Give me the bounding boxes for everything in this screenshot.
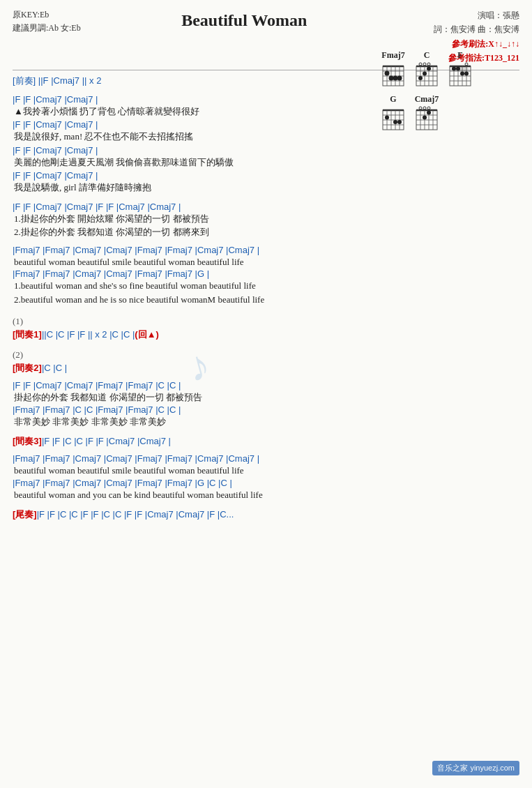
chorus3-lyrics2: beautiful woman and you can be kind beau… (13, 488, 519, 502)
svg-point-23 (423, 63, 426, 66)
key-label: 原KEY:Eb (13, 8, 81, 22)
chord-cmaj7: Cmaj7 (413, 94, 440, 132)
interlude1-block: (1) [間奏1] ||C |C |F |F || x 2 |C |C | (回… (13, 316, 519, 341)
chorus3-chords1: |Fmaj7 |Fmaj7 |Cmaj7 |Cmaj7 |Fmaj7 |Fmaj… (13, 453, 519, 464)
svg-point-41 (460, 72, 464, 76)
verse-b-chords2: |Fmaj7 |Fmaj7 |C |C |Fmaj7 |Fmaj7 |C |C … (13, 404, 519, 415)
singer: 演唱：張懸 (408, 8, 519, 22)
chorus3-chords2: |Fmaj7 |Fmaj7 |Cmaj7 |Cmaj7 |Fmaj7 |Fmaj… (13, 478, 519, 488)
interlude2-paren: (2) (13, 349, 519, 361)
verse4-block: |F |F |Cmaj7 |Cmaj7 | 我是說驕傲, girl 請準備好隨時… (13, 170, 519, 195)
chorus2-block: |Fmaj7 |Fmaj7 |Cmaj7 |Cmaj7 |Fmaj7 |Fmaj… (13, 245, 519, 307)
svg-point-53 (393, 120, 397, 124)
svg-point-9 (385, 71, 390, 76)
verse-b-lyrics1: 掛起你的外套 我都知道 你渴望的一切 都被預告 (13, 391, 519, 404)
chord-c: C (413, 50, 440, 89)
verse-b-chords1: |F |F |Cmaj7 |Cmaj7 |Fmaj7 |Fmaj7 |C |C … (13, 380, 519, 391)
svg-point-52 (385, 116, 389, 120)
svg-point-27 (418, 76, 423, 80)
chorus3-lyrics1: beautiful woman beautiful smile beautifu… (13, 464, 519, 478)
chorus2-chords1: |Fmaj7 |Fmaj7 |Cmaj7 |Cmaj7 |Fmaj7 |Fmaj… (13, 245, 519, 255)
interlude3-chords: [間奏3] |F |F |C |C |F |F |Cmaj7 |Cmaj7 | (13, 435, 519, 448)
chorus1-chords: |F |F |Cmaj7 |Cmaj7 |F |F |Cmaj7 |Cmaj7 … (13, 202, 519, 212)
lyrics-composer: 詞：焦安溥 曲：焦安溥 (408, 22, 519, 36)
svg-point-12 (397, 76, 402, 81)
interlude3-label: [間奏3] (13, 435, 42, 448)
watermark-footer: 音乐之家 yinyuezj.com (432, 761, 519, 775)
chord-fmaj7: Fmaj7 (380, 50, 406, 89)
verse4-chords: |F |F |Cmaj7 |Cmaj7 | (13, 170, 519, 181)
outro-content: |F |F |C |C |F |F |C |C |F |F |Cmaj7 |Cm… (37, 509, 234, 520)
verse3-block: |F |F |Cmaj7 |Cmaj7 | 美麗的他剛走過夏天風潮 我偷偷喜歡那… (13, 145, 519, 169)
interlude2-label: [間奏2] (13, 362, 42, 374)
verse-b-block: |F |F |Cmaj7 |Cmaj7 |Fmaj7 |Fmaj7 |C |C … (13, 380, 519, 428)
interlude1-chords: [間奏1] ||C |C |F |F || x 2 |C |C | (回▲) (13, 328, 519, 341)
chorus2-lyrics1: beautiful woman beautiful smile beautifu… (13, 255, 519, 269)
chorus2-lyrics2a: 1.beautiful woman and she's so fine beau… (13, 279, 519, 293)
verse3-chords: |F |F |Cmaj7 |Cmaj7 | (13, 145, 519, 156)
chorus1-lyrics-b: 2.掛起你的外套 我都知道 你渴望的一切 都將來到 (13, 225, 519, 239)
verse4-lyrics: 我是說驕傲, girl 請準備好隨時擁抱 (13, 181, 519, 195)
song-title: Beautiful Woman (81, 11, 408, 30)
chorus2-chords2: |Fmaj7 |Fmaj7 |Cmaj7 |Cmaj7 |Fmaj7 |Fmaj… (13, 268, 519, 279)
chorus3-block: |Fmaj7 |Fmaj7 |Cmaj7 |Cmaj7 |Fmaj7 |Fmaj… (13, 453, 519, 501)
svg-point-25 (427, 67, 431, 71)
suggestion-label: 建議男調:Ab 女:Eb (13, 22, 81, 35)
svg-point-37 (465, 63, 468, 66)
svg-point-11 (393, 76, 398, 81)
page: ♪ 原KEY:Eb 建議男調:Ab 女:Eb Beautiful Woman 演… (0, 0, 532, 788)
chord-g: G (380, 94, 406, 132)
svg-point-54 (397, 120, 402, 124)
interlude2-chords: [間奏2] |C |C | (13, 362, 519, 374)
interlude1-label: [間奏1] (13, 328, 42, 341)
svg-point-64 (419, 107, 422, 109)
outro-label: [尾奏] (13, 508, 37, 521)
svg-point-39 (452, 67, 456, 71)
svg-point-42 (464, 72, 469, 76)
chorus2-lyrics2b: 2.beautiful woman and he is so nice beau… (13, 293, 519, 307)
interlude1-paren: (1) (13, 316, 519, 327)
svg-point-65 (423, 107, 426, 109)
chord-row-2: G Cmaj7 (380, 94, 519, 132)
svg-point-10 (389, 76, 394, 81)
chord-row-1: Fmaj7 (380, 50, 519, 89)
verse3-lyrics: 美麗的他剛走過夏天風潮 我偷偷喜歡那味道留下的驕傲 (13, 156, 519, 169)
svg-point-22 (419, 63, 422, 66)
interlude3-block: [間奏3] |F |F |C |C |F |F |Cmaj7 |Cmaj7 | (13, 435, 519, 448)
interlude2-content: |C |C | (42, 363, 67, 373)
outro-chords: [尾奏] |F |F |C |C |F |F |C |C |F |F |Cmaj… (13, 508, 519, 521)
svg-point-66 (427, 107, 430, 109)
svg-point-24 (427, 63, 430, 66)
interlude1-return: (回▲) (135, 328, 159, 341)
verse-b-lyrics2: 非常美妙 非常美妙 非常美妙 非常美妙 (13, 415, 519, 429)
outro-block: [尾奏] |F |F |C |C |F |F |C |C |F |F |Cmaj… (13, 508, 519, 521)
main-content: [前奏] ||F |Cmaj7 || x 2 |F |F |Cmaj7 |Cma… (13, 75, 519, 522)
interlude3-content: |F |F |C |C |F |F |Cmaj7 |Cmaj7 | (42, 436, 171, 446)
strum-pattern: 參考刷法:X↑↓_↓↑↓ (408, 37, 519, 51)
chord-diagrams: Fmaj7 (380, 50, 519, 138)
interlude1-content: ||C |C |F |F || x 2 |C |C | (42, 329, 135, 340)
watermark-logo: 音乐之家 yinyuezj.com (432, 761, 519, 775)
interlude2-block: (2) [間奏2] |C |C | (13, 349, 519, 374)
svg-point-68 (423, 116, 427, 120)
chorus1-lyrics-a: 1.掛起你的外套 開始炫耀 你渴望的一切 都被預告 (13, 212, 519, 226)
header-left: 原KEY:Eb 建議男調:Ab 女:Eb (13, 8, 81, 35)
chorus1-block: |F |F |Cmaj7 |Cmaj7 |F |F |Cmaj7 |Cmaj7 … (13, 202, 519, 239)
chord-f: F (447, 50, 473, 89)
svg-point-67 (427, 111, 431, 115)
svg-point-26 (423, 72, 427, 76)
svg-point-40 (456, 67, 460, 71)
